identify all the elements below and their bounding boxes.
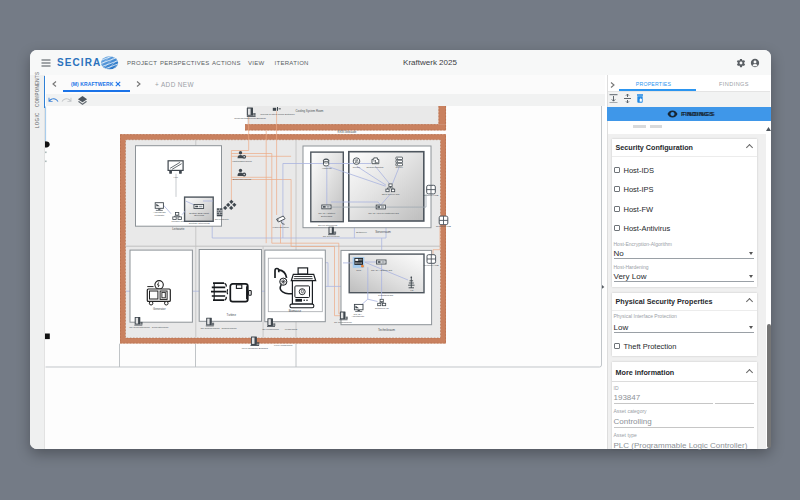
svg-text:KKW-Gebäude-Eingang: KKW-Gebäude-Eingang <box>242 348 269 351</box>
svg-text:I/O: I/O <box>410 289 413 292</box>
svg-text:Cooling System Room: Cooling System Room <box>296 109 324 113</box>
svg-text:Schaltschrank: Schaltschrank <box>378 295 394 298</box>
svg-text:Generator: Generator <box>153 307 166 311</box>
svg-text:Monitor-SG: Monitor-SG <box>172 221 185 224</box>
svg-text:Sicherheitsschleuse/Eingang: Sicherheitsschleuse/Eingang <box>234 117 266 120</box>
svg-text:Tor Technikraum: Tor Technikraum <box>334 321 352 324</box>
svg-text:Historian: Historian <box>322 168 332 171</box>
svg-text:SCADA-Station-OS: SCADA-Station-OS <box>371 269 393 272</box>
svg-text:Tor Serverraum: Tor Serverraum <box>323 236 340 239</box>
svg-text:steuerung: steuerung <box>194 215 205 217</box>
svg-text:KKW-Gebäude: KKW-Gebäude <box>338 131 357 135</box>
svg-text:HMI: HMI <box>174 176 179 179</box>
svg-text:OPC-Server-OS: OPC-Server-OS <box>382 194 400 197</box>
svg-text:Kamerasystem: Kamerasystem <box>273 226 289 229</box>
svg-text:KKW-Umgebung: KKW-Umgebung <box>274 344 293 347</box>
svg-text:Zentrale Steuerung: Zentrale Steuerung <box>189 223 211 226</box>
svg-text:Server: Server <box>396 167 403 170</box>
svg-text:Betriebspersonal: Betriebspersonal <box>233 178 252 181</box>
svg-text:Generatorraum: Generatorraum <box>152 327 169 330</box>
svg-text:Network-HUB: Network-HUB <box>424 195 439 198</box>
svg-text:Tor Kesselhaus: Tor Kesselhaus <box>262 328 279 331</box>
svg-text:Network-HUB: Network-HUB <box>436 226 451 229</box>
svg-text:Zeitserver: Zeitserver <box>356 232 367 235</box>
svg-text:Network-HUB: Network-HUB <box>424 264 439 267</box>
svg-text:SPS: SPS <box>356 269 361 272</box>
svg-text:Biomasse: Biomasse <box>289 309 302 313</box>
svg-text:Betriebsfg: Betriebsfg <box>321 215 333 218</box>
svg-text:Server-Steuerung: Server-Steuerung <box>318 225 338 228</box>
svg-text:Leitwarte: Leitwarte <box>172 227 185 231</box>
svg-text:Router: Router <box>353 166 361 169</box>
svg-text:SCADA-Server-historian-OS: SCADA-Server-historian-OS <box>368 212 399 215</box>
svg-text:Tor Turbinenraum: Tor Turbinenraum <box>200 327 219 330</box>
svg-text:Turbinenraum: Turbinenraum <box>221 327 236 330</box>
svg-text:Leitwarte: Leitwarte <box>154 214 165 217</box>
svg-text:Technikraum: Technikraum <box>378 328 396 332</box>
svg-text:Arbeitsplatz: Arbeitsplatz <box>351 316 365 319</box>
svg-text:Netzwerk-IO: Netzwerk-IO <box>375 307 389 310</box>
svg-text:Cooling System Room Entrance: Cooling System Room Entrance <box>260 113 295 116</box>
svg-text:Netzwerkswitch: Netzwerkswitch <box>367 166 385 169</box>
svg-text:Tor Generatorraum: Tor Generatorraum <box>129 327 150 330</box>
svg-text:Kesselhaus: Kesselhaus <box>285 328 298 331</box>
svg-text:Turbine: Turbine <box>227 313 237 317</box>
svg-text:Serverraum: Serverraum <box>375 231 391 235</box>
svg-text:Tor Leitwarte: Tor Leitwarte <box>215 218 230 221</box>
svg-text:Wartungspersonal: Wartungspersonal <box>232 160 252 163</box>
